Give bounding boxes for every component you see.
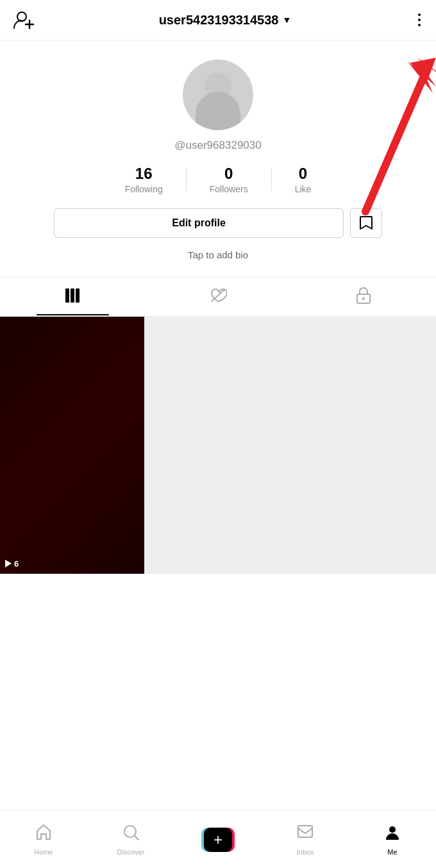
avatar [183,60,253,130]
discover-label: Discover [117,848,145,856]
edit-profile-button[interactable]: Edit profile [54,208,344,238]
username-display[interactable]: user5423193314538 ▼ [159,13,292,28]
me-label: Me [387,848,397,856]
likes-stat[interactable]: 0 Like [272,165,335,194]
avatar-body [196,92,240,130]
lock-icon [356,287,371,308]
bio-text[interactable]: Tap to add bio [188,249,248,260]
username-text: user5423193314538 [159,13,279,28]
following-count: 16 [135,165,153,183]
svg-point-0 [17,12,26,21]
inbox-icon [296,823,314,846]
svg-rect-14 [298,826,312,837]
page-wrapper: user5423193314538 ▼ [0,0,436,868]
inbox-label: Inbox [297,848,314,856]
top-nav: user5423193314538 ▼ [0,0,436,40]
videos-grid-icon [64,287,81,308]
tab-private[interactable] [290,287,436,316]
bookmark-button[interactable] [350,208,382,238]
play-icon [5,560,12,567]
svg-point-11 [362,297,365,300]
plus-btn-black: + [204,828,232,852]
svg-rect-7 [71,288,74,303]
dot1 [418,13,421,16]
liked-icon [209,287,227,308]
video-thumbnail-inner [0,317,144,574]
following-stat[interactable]: 16 Following [102,165,186,194]
followers-count: 0 [224,165,233,183]
add-user-button[interactable] [13,9,35,31]
home-icon [35,823,53,846]
discover-icon [122,823,140,846]
nav-discover[interactable]: Discover [87,817,174,862]
more-options-button[interactable] [415,11,423,29]
tab-liked[interactable] [146,287,291,315]
user-handle: @user968329030 [174,139,261,152]
svg-rect-8 [76,288,80,303]
dot2 [418,19,421,21]
content-tabs [0,278,436,317]
nav-inbox[interactable]: Inbox [262,817,349,862]
likes-label: Like [295,184,312,194]
dot3 [418,24,421,26]
home-label: Home [34,848,53,856]
content-grid: 6 [0,317,436,574]
profile-buttons-row: Edit profile [54,208,382,238]
video-thumbnail-1[interactable]: 6 [0,317,144,574]
create-button[interactable]: + [201,828,235,852]
following-label: Following [125,184,163,194]
bottom-nav: Home Discover + [0,810,436,868]
create-button-container[interactable]: + [174,828,262,852]
svg-rect-6 [65,288,69,303]
svg-point-15 [389,826,396,833]
likes-count: 0 [299,165,307,183]
chevron-down-icon: ▼ [283,15,292,25]
nav-me[interactable]: Me [349,817,436,862]
followers-stat[interactable]: 0 Followers [187,165,271,194]
followers-label: Followers [210,184,248,194]
play-info: 6 [5,559,19,569]
play-count: 6 [14,559,19,569]
content-area: @user968329030 16 Following 0 Followers … [0,40,436,631]
nav-home[interactable]: Home [0,817,87,862]
plus-icon: + [214,832,222,847]
me-icon [383,823,401,846]
profile-section: @user968329030 16 Following 0 Followers … [0,40,436,277]
svg-line-13 [135,836,138,840]
tab-videos[interactable] [0,287,146,315]
stats-row: 16 Following 0 Followers 0 Like [102,165,335,194]
